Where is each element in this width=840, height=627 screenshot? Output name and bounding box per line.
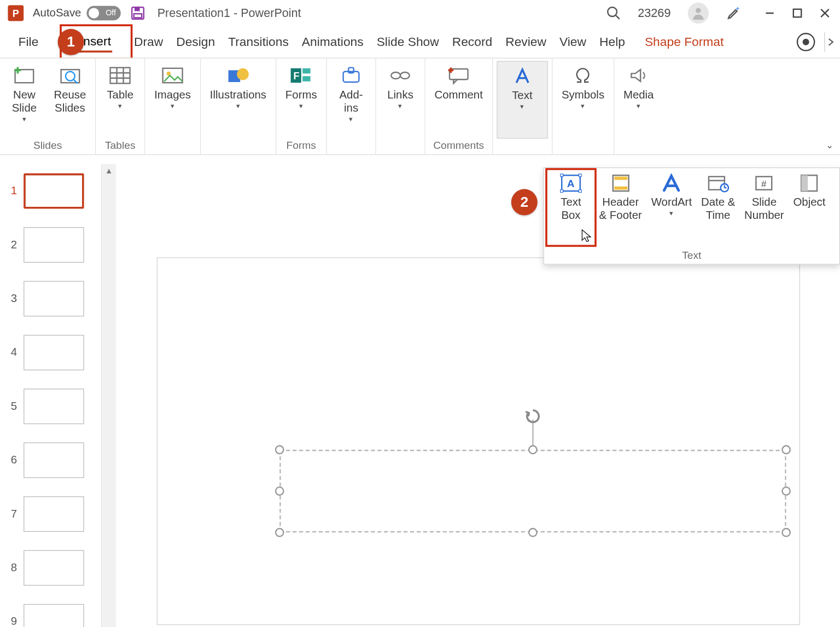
svg-text:F: F <box>293 71 299 82</box>
header-footer-button[interactable]: Header & Footer <box>595 171 646 248</box>
svg-rect-2 <box>133 14 141 18</box>
slide-thumbnail-2[interactable]: 2 <box>7 227 101 263</box>
images-button[interactable]: Images ▾ <box>149 61 196 139</box>
text-dropdown-button[interactable]: Text ▾ <box>497 61 548 139</box>
tab-review[interactable]: Review <box>499 32 553 52</box>
account-avatar[interactable] <box>688 3 709 24</box>
tab-design[interactable]: Design <box>170 32 221 52</box>
slide-canvas[interactable] <box>157 257 800 625</box>
maximize-button[interactable] <box>790 6 804 20</box>
tab-transitions[interactable]: Transitions <box>221 32 295 52</box>
svg-rect-38 <box>561 174 563 177</box>
thumbnail-scrollbar[interactable]: ▲ <box>102 164 116 627</box>
chevron-down-icon: ▾ <box>299 102 303 111</box>
ribbon-group-text-wrapper: Text ▾ <box>493 59 552 154</box>
text-box-button[interactable]: A Text Box <box>548 171 594 248</box>
slide-thumbnail-6[interactable]: 6 <box>7 443 101 478</box>
new-slide-button[interactable]: New Slide ▾ <box>4 61 44 139</box>
svg-rect-39 <box>579 174 581 177</box>
tab-help[interactable]: Help <box>593 32 632 52</box>
omega-icon <box>570 63 596 87</box>
resize-handle-ml[interactable] <box>275 486 284 496</box>
save-icon[interactable] <box>130 5 145 21</box>
resize-handle-tc[interactable] <box>528 445 538 455</box>
forms-icon: F <box>288 63 314 87</box>
tab-animations[interactable]: Animations <box>295 32 370 52</box>
close-button[interactable] <box>818 6 832 20</box>
minimize-button[interactable] <box>762 6 777 20</box>
autosave-control[interactable]: AutoSave Off <box>33 6 120 20</box>
comment-icon <box>446 63 472 87</box>
slide-number-label: 9 <box>7 615 17 627</box>
symbols-button[interactable]: Symbols ▾ <box>556 61 609 139</box>
tab-draw[interactable]: Draw <box>127 32 170 52</box>
slide-thumbnail-4[interactable]: 4 <box>7 335 101 370</box>
resize-handle-bl[interactable] <box>275 528 284 537</box>
tab-shape-format[interactable]: Shape Format <box>638 32 730 52</box>
slide-thumbnail-image <box>24 173 84 209</box>
illustrations-button[interactable]: Illustrations ▾ <box>205 61 271 139</box>
table-icon <box>107 63 133 87</box>
links-button[interactable]: Links ▾ <box>380 61 421 139</box>
titlebar: P AutoSave Off Presentation1 - PowerPoin… <box>0 0 840 26</box>
slide-thumbnail-image <box>24 281 84 317</box>
slide-number-label: 7 <box>7 508 17 521</box>
media-button[interactable]: Media ▾ <box>618 61 659 139</box>
table-button[interactable]: Table ▾ <box>100 61 141 139</box>
svg-rect-1 <box>135 7 140 11</box>
pen-sparkle-icon[interactable] <box>726 5 742 21</box>
new-slide-icon <box>11 63 37 87</box>
text-dropdown-panel: 2 A Text Box Header & Footer WordArt ▾ D… <box>544 167 840 265</box>
ribbon-group-slides: New Slide ▾ Reuse Slides Slides <box>0 59 96 154</box>
slide-thumbnail-1[interactable]: 1 <box>7 173 101 209</box>
date-time-button[interactable]: Date & Time <box>697 171 739 248</box>
slide-thumbnail-5[interactable]: 5 <box>7 388 101 424</box>
group-label-forms: Forms <box>287 138 316 154</box>
slide-thumbnail-3[interactable]: 3 <box>7 281 101 317</box>
comment-button[interactable]: Comment <box>429 61 488 139</box>
record-indicator[interactable] <box>797 33 815 51</box>
reuse-slides-button[interactable]: Reuse Slides <box>49 61 91 139</box>
slide-thumbnail-8[interactable]: 8 <box>7 550 101 586</box>
slide-number-button[interactable]: # Slide Number <box>740 171 788 248</box>
object-button[interactable]: Object <box>789 171 829 248</box>
slide-thumbnail-image <box>24 443 84 478</box>
account-name[interactable]: 23269 <box>638 6 670 20</box>
tab-file[interactable]: File <box>12 32 45 52</box>
ribbon-group-symbols: Symbols ▾ <box>552 59 614 154</box>
ribbon-group-media: Media ▾ <box>614 59 663 154</box>
resize-handle-mr[interactable] <box>781 486 791 496</box>
chevron-down-icon: ▾ <box>669 209 673 218</box>
slide-thumbnail-7[interactable]: 7 <box>7 496 101 532</box>
tab-record[interactable]: Record <box>446 32 499 52</box>
chevron-down-icon: ▾ <box>581 102 585 111</box>
ribbon-collapse-caret[interactable]: ⌄ <box>826 140 833 150</box>
rotate-handle-icon[interactable] <box>524 408 541 425</box>
wordart-button[interactable]: WordArt ▾ <box>647 171 696 248</box>
resize-handle-tr[interactable] <box>781 445 791 455</box>
text-box-icon: A <box>558 172 584 194</box>
scroll-up-arrow[interactable]: ▲ <box>105 164 113 177</box>
slide-number-label: 6 <box>7 454 17 467</box>
chevron-down-icon: ▾ <box>520 102 524 111</box>
tab-view[interactable]: View <box>553 32 593 52</box>
search-icon[interactable] <box>606 6 621 20</box>
tab-slide-show[interactable]: Slide Show <box>370 32 446 52</box>
chevron-down-icon: ▾ <box>22 115 26 124</box>
forms-button[interactable]: F Forms ▾ <box>280 61 322 139</box>
resize-handle-br[interactable] <box>781 528 791 537</box>
callout-2: 2 <box>511 189 538 216</box>
resize-handle-bc[interactable] <box>528 528 538 537</box>
svg-point-32 <box>400 72 410 79</box>
slide-thumbnail-9[interactable]: 9 <box>7 604 101 627</box>
selected-text-box[interactable] <box>279 450 786 532</box>
svg-rect-28 <box>302 76 310 82</box>
ribbon-group-links: Links ▾ <box>376 59 425 154</box>
date-time-icon <box>705 172 731 194</box>
tabs-overflow[interactable] <box>824 32 836 52</box>
svg-point-5 <box>696 8 701 13</box>
resize-handle-tl[interactable] <box>275 445 284 455</box>
addins-button[interactable]: Add- ins ▾ <box>331 61 371 139</box>
autosave-toggle[interactable]: Off <box>86 6 120 20</box>
ribbon-group-comments: Comment Comments <box>425 59 493 154</box>
